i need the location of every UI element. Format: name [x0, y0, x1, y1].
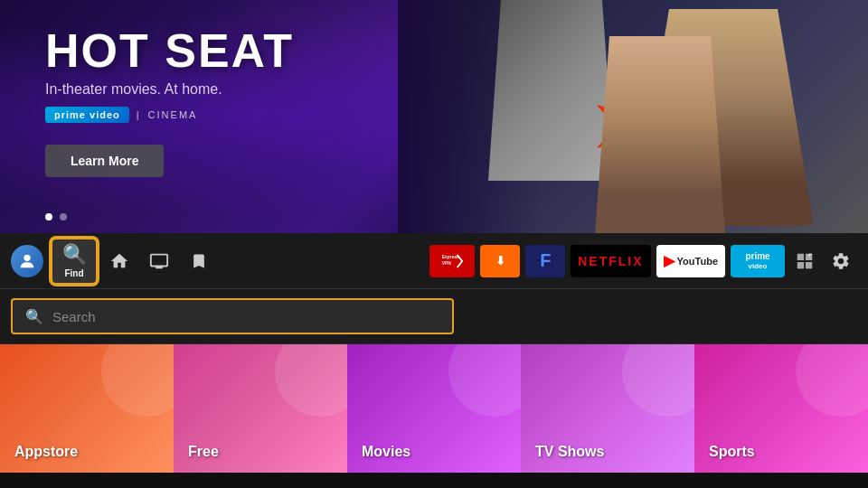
search-icon: 🔍	[62, 243, 87, 267]
search-bar-icon: 🔍	[25, 308, 43, 325]
hero-subtitle: In-theater movies. At home.	[45, 81, 294, 98]
prime-video-logo: prime video	[45, 107, 129, 123]
youtube-app-icon[interactable]: ▶ YouTube	[656, 245, 725, 277]
downloader-app-icon[interactable]: ⬇	[480, 245, 520, 277]
hero-content: HOT SEAT In-theater movies. At home. pri…	[45, 27, 294, 177]
svg-point-0	[24, 254, 30, 260]
category-movies[interactable]: Movies	[347, 344, 521, 473]
tv-button[interactable]	[141, 243, 177, 279]
svg-text:Express: Express	[442, 255, 459, 259]
netflix-app-icon[interactable]: NETFLIX	[571, 245, 650, 277]
navbar: 🔍 Find Express VPN ⬇ F	[0, 233, 868, 289]
hero-brand: prime video | CINEMA	[45, 107, 294, 123]
hero-dot-2[interactable]	[60, 213, 67, 221]
hero-image	[398, 0, 868, 233]
find-button[interactable]: 🔍 Find	[51, 238, 98, 285]
search-bar-container: 🔍 Search	[0, 289, 868, 344]
search-placeholder: Search	[52, 309, 96, 324]
expressvpn-app-icon[interactable]: Express VPN	[429, 245, 475, 277]
cinema-label: |	[137, 109, 141, 120]
category-free[interactable]: Free	[174, 344, 347, 473]
category-appstore[interactable]: Appstore	[0, 344, 174, 473]
category-tvshows[interactable]: TV Shows	[521, 344, 694, 473]
bookmark-button[interactable]	[181, 243, 217, 279]
prime-video-app-icon[interactable]: prime video	[731, 245, 785, 277]
cinema-text: CINEMA	[148, 109, 198, 120]
grid-icon[interactable]	[788, 245, 821, 277]
category-sports[interactable]: Sports	[694, 344, 868, 473]
learn-more-button[interactable]: Learn More	[45, 145, 164, 177]
hero-dots	[45, 213, 67, 221]
hero-banner: HOT SEAT In-theater movies. At home. pri…	[0, 0, 868, 233]
app-icons: Express VPN ⬇ F NETFLIX ▶ YouTube prime …	[429, 245, 785, 277]
find-label: Find	[64, 268, 83, 278]
category-movies-label: Movies	[362, 444, 410, 460]
category-tvshows-label: TV Shows	[535, 444, 604, 460]
settings-icon[interactable]	[825, 245, 857, 277]
svg-rect-5	[809, 253, 810, 257]
profile-icon[interactable]	[11, 245, 43, 277]
hero-dot-1[interactable]	[45, 213, 52, 221]
svg-text:VPN: VPN	[442, 261, 452, 266]
categories: Appstore Free Movies TV Shows Sports	[0, 344, 868, 473]
category-appstore-label: Appstore	[14, 444, 78, 460]
hero-title: HOT SEAT	[45, 27, 294, 74]
category-sports-label: Sports	[709, 444, 755, 460]
f-app-icon[interactable]: F	[525, 245, 565, 277]
category-free-label: Free	[188, 444, 219, 460]
home-button[interactable]	[101, 243, 137, 279]
search-bar[interactable]: 🔍 Search	[11, 298, 454, 334]
